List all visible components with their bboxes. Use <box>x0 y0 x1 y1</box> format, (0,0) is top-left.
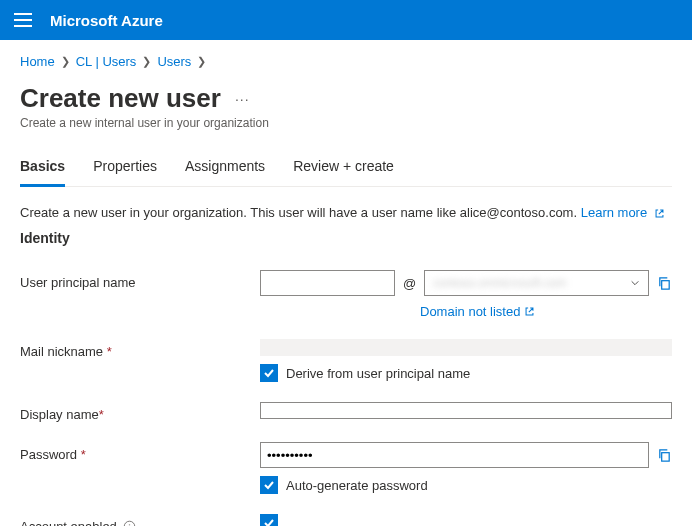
password-input[interactable] <box>260 442 649 468</box>
account-enabled-checkbox[interactable] <box>260 514 278 526</box>
account-enabled-label: Account enabled <box>20 514 250 526</box>
chevron-right-icon: ❯ <box>61 55 70 68</box>
breadcrumb: Home ❯ CL | Users ❯ Users ❯ <box>20 54 672 69</box>
chevron-down-icon <box>630 278 640 288</box>
domain-not-listed-label: Domain not listed <box>420 304 520 319</box>
hamburger-icon[interactable] <box>14 13 32 27</box>
tab-assignments[interactable]: Assignments <box>185 152 265 187</box>
password-label: Password * <box>20 442 250 462</box>
check-icon <box>263 479 275 491</box>
tab-review-create[interactable]: Review + create <box>293 152 394 187</box>
field-row-mail-nickname: Mail nickname * Derive from user princip… <box>20 339 672 382</box>
display-name-label: Display name* <box>20 402 250 422</box>
svg-point-2 <box>125 521 136 526</box>
more-actions-button[interactable]: ··· <box>235 91 250 107</box>
display-name-label-text: Display name <box>20 407 99 422</box>
required-asterisk: * <box>99 407 104 422</box>
breadcrumb-link-users[interactable]: Users <box>157 54 191 69</box>
page-subtitle: Create a new internal user in your organ… <box>20 116 672 130</box>
auto-generate-password-label: Auto-generate password <box>286 478 428 493</box>
upn-local-input[interactable] <box>260 270 395 296</box>
external-link-icon <box>524 306 535 317</box>
external-link-icon <box>654 208 665 219</box>
field-row-display-name: Display name* <box>20 402 672 422</box>
mail-nickname-label-text: Mail nickname <box>20 344 103 359</box>
account-enabled-label-text: Account enabled <box>20 519 117 526</box>
display-name-input[interactable] <box>260 402 672 419</box>
upn-domain-value: contoso.onmicrosoft.com <box>433 276 566 290</box>
check-icon <box>263 517 275 526</box>
page-title: Create new user <box>20 83 221 114</box>
field-row-password: Password * Auto-generate password <box>20 442 672 494</box>
upn-label: User principal name <box>20 270 250 290</box>
copy-password-icon[interactable] <box>657 448 672 463</box>
field-row-upn: User principal name @ contoso.onmicrosof… <box>20 270 672 319</box>
chevron-right-icon: ❯ <box>142 55 151 68</box>
page-title-row: Create new user ··· <box>20 83 672 114</box>
copy-upn-icon[interactable] <box>657 276 672 291</box>
svg-rect-1 <box>662 452 670 460</box>
page-content: Home ❯ CL | Users ❯ Users ❯ Create new u… <box>0 40 692 526</box>
tab-properties[interactable]: Properties <box>93 152 157 187</box>
domain-not-listed-link[interactable]: Domain not listed <box>420 304 535 319</box>
info-icon[interactable] <box>123 520 136 526</box>
upn-domain-select[interactable]: contoso.onmicrosoft.com <box>424 270 649 296</box>
learn-more-link[interactable]: Learn more <box>581 205 665 220</box>
chevron-right-icon: ❯ <box>197 55 206 68</box>
info-text: Create a new user in your organization. … <box>20 205 577 220</box>
derive-nickname-checkbox[interactable] <box>260 364 278 382</box>
tabs: Basics Properties Assignments Review + c… <box>20 152 672 187</box>
password-label-text: Password <box>20 447 77 462</box>
at-symbol: @ <box>403 276 416 291</box>
breadcrumb-link-clusers[interactable]: CL | Users <box>76 54 137 69</box>
auto-generate-password-checkbox[interactable] <box>260 476 278 494</box>
required-asterisk: * <box>81 447 86 462</box>
learn-more-label: Learn more <box>581 205 647 220</box>
mail-nickname-label: Mail nickname * <box>20 339 250 359</box>
field-row-account-enabled: Account enabled <box>20 514 672 526</box>
brand-label: Microsoft Azure <box>50 12 163 29</box>
tab-basics[interactable]: Basics <box>20 152 65 187</box>
required-asterisk: * <box>107 344 112 359</box>
mail-nickname-input <box>260 339 672 356</box>
top-bar: Microsoft Azure <box>0 0 692 40</box>
section-header-identity: Identity <box>20 230 672 246</box>
info-text-row: Create a new user in your organization. … <box>20 205 672 220</box>
svg-rect-0 <box>662 280 670 288</box>
check-icon <box>263 367 275 379</box>
breadcrumb-link-home[interactable]: Home <box>20 54 55 69</box>
derive-nickname-label: Derive from user principal name <box>286 366 470 381</box>
